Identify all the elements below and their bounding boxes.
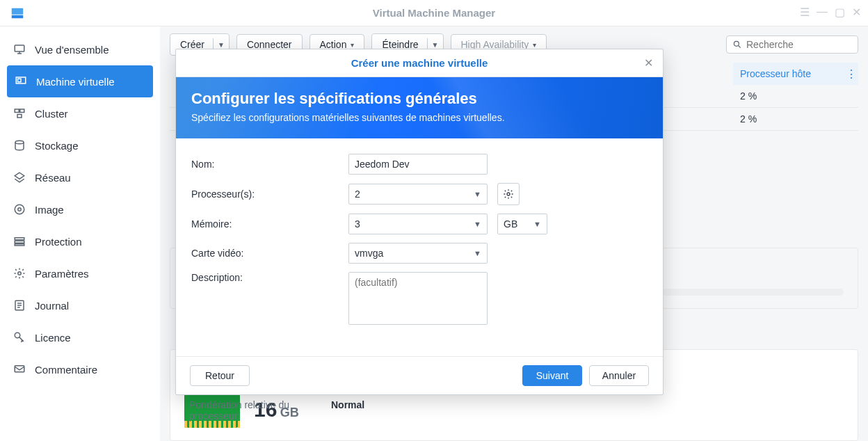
sidebar-item-protection[interactable]: Protection: [0, 225, 160, 257]
detail-label: processeur:: [189, 410, 289, 422]
svg-rect-0: [12, 8, 24, 15]
dialog-body: Nom: Processeur(s): 2▼ Mémoire: 3▼ GB▼ C…: [176, 138, 663, 356]
dialog-footer: Retour Suivant Annuler: [176, 356, 663, 394]
next-button[interactable]: Suivant: [522, 365, 582, 386]
processors-select[interactable]: 2▼: [348, 184, 488, 205]
window-maximize-icon[interactable]: ▢: [835, 6, 845, 19]
window-close-icon[interactable]: ✕: [852, 6, 861, 19]
window-titlebar: Virtual Machine Manager ☰ — ▢ ✕: [0, 0, 868, 26]
chevron-down-icon: ▼: [432, 41, 439, 49]
svg-rect-11: [15, 238, 24, 240]
column-menu-icon[interactable]: ⋮: [844, 63, 858, 85]
sidebar-item-image[interactable]: Image: [0, 193, 160, 225]
field-label-memory: Mémoire:: [191, 218, 348, 230]
banner-subtitle: Spécifiez les configurations matérielles…: [191, 112, 648, 123]
memory-unit-select[interactable]: GB▼: [497, 214, 547, 234]
name-input[interactable]: [348, 154, 488, 175]
svg-point-14: [18, 272, 22, 275]
svg-point-19: [507, 193, 510, 195]
sidebar-item-cluster[interactable]: Cluster: [0, 97, 160, 129]
search-icon: [732, 40, 742, 49]
chevron-down-icon: ▼: [218, 41, 225, 49]
dialog-banner: Configurer les spécifications générales …: [176, 77, 663, 138]
svg-rect-17: [15, 366, 24, 372]
svg-rect-5: [15, 109, 19, 113]
detail-label: Pondération relative du: [189, 399, 289, 410]
svg-point-8: [15, 141, 24, 144]
sidebar-item-journal[interactable]: Journal: [0, 289, 160, 321]
sidebar-item-overview[interactable]: Vue d'ensemble: [0, 33, 160, 65]
sidebar-item-network[interactable]: Réseau: [0, 161, 160, 193]
sidebar-item-label: Vue d'ensemble: [35, 44, 109, 56]
detail-value: Normal: [331, 399, 364, 422]
dialog-title: Créer une machine virtuelle: [351, 57, 488, 69]
chevron-down-icon: ▼: [474, 190, 481, 198]
image-icon: [13, 203, 26, 216]
field-label-name: Nom:: [191, 159, 348, 170]
svg-rect-2: [15, 45, 24, 51]
licence-icon: [13, 331, 26, 344]
field-label-procs: Processeur(s):: [191, 189, 348, 200]
sidebar-item-label: Licence: [35, 332, 71, 344]
svg-rect-7: [17, 115, 22, 118]
svg-rect-12: [15, 241, 24, 243]
cluster-icon: [13, 107, 26, 120]
svg-rect-13: [15, 244, 24, 246]
sidebar-item-label: Machine virtuelle: [36, 76, 115, 88]
comment-icon: [13, 363, 26, 376]
settings-icon: [13, 267, 26, 280]
sidebar: Vue d'ensemble Machine virtuelle Cluster…: [0, 26, 160, 441]
sidebar-item-label: Protection: [35, 236, 82, 248]
banner-title: Configurer les spécifications générales: [191, 90, 648, 108]
svg-rect-6: [20, 109, 24, 113]
col-proc-host[interactable]: Processeur hôte: [733, 63, 844, 85]
field-label-desc: Description:: [191, 272, 348, 283]
vm-details: Pondération relative du processeur: Norm…: [175, 399, 378, 435]
description-textarea[interactable]: [348, 272, 488, 325]
vm-icon: [14, 75, 28, 88]
sidebar-item-label: Image: [35, 204, 64, 216]
network-icon: [13, 171, 26, 184]
chevron-down-icon: ▼: [474, 220, 481, 228]
sidebar-item-label: Paramètres: [35, 268, 89, 280]
chevron-down-icon: ▾: [351, 41, 354, 49]
svg-rect-4: [18, 79, 22, 82]
journal-icon: [13, 299, 26, 312]
back-button[interactable]: Retour: [190, 365, 250, 386]
search-box[interactable]: [726, 35, 858, 54]
create-vm-dialog: Créer une machine virtuelle ✕ Configurer…: [175, 49, 664, 395]
chevron-down-icon: ▼: [474, 249, 481, 257]
cancel-button[interactable]: Annuler: [589, 365, 649, 386]
app-icon: [10, 6, 25, 21]
close-icon[interactable]: ✕: [644, 56, 653, 70]
monitor-icon: [13, 43, 26, 56]
processor-settings-button[interactable]: [497, 183, 520, 205]
search-input[interactable]: [746, 39, 852, 50]
sidebar-item-label: Réseau: [35, 172, 71, 184]
window-controls: ☰ — ▢ ✕: [800, 6, 861, 19]
window-title: Virtual Machine Manager: [373, 7, 495, 19]
sidebar-item-comment[interactable]: Commentaire: [0, 353, 160, 385]
sidebar-item-licence[interactable]: Licence: [0, 321, 160, 353]
gear-icon: [503, 189, 514, 200]
protection-icon: [13, 235, 26, 248]
sidebar-item-settings[interactable]: Paramètres: [0, 257, 160, 289]
video-select[interactable]: vmvga▼: [348, 243, 488, 264]
chevron-down-icon: ▾: [533, 41, 536, 49]
sidebar-item-label: Commentaire: [35, 364, 97, 376]
svg-point-18: [734, 41, 739, 46]
window-menu-icon[interactable]: ☰: [800, 6, 810, 19]
svg-rect-1: [12, 15, 24, 19]
storage-icon: [13, 139, 26, 152]
sidebar-item-storage[interactable]: Stockage: [0, 129, 160, 161]
svg-point-9: [15, 205, 24, 214]
sidebar-item-vm[interactable]: Machine virtuelle: [7, 65, 153, 97]
memory-select[interactable]: 3▼: [348, 214, 488, 234]
chevron-down-icon: ▼: [533, 220, 541, 228]
sidebar-item-label: Journal: [35, 300, 69, 312]
svg-point-10: [18, 208, 22, 211]
sidebar-item-label: Cluster: [35, 108, 68, 120]
field-label-video: Carte vidéo:: [191, 248, 348, 259]
window-minimize-icon[interactable]: —: [817, 6, 828, 19]
sidebar-item-label: Stockage: [35, 140, 79, 152]
